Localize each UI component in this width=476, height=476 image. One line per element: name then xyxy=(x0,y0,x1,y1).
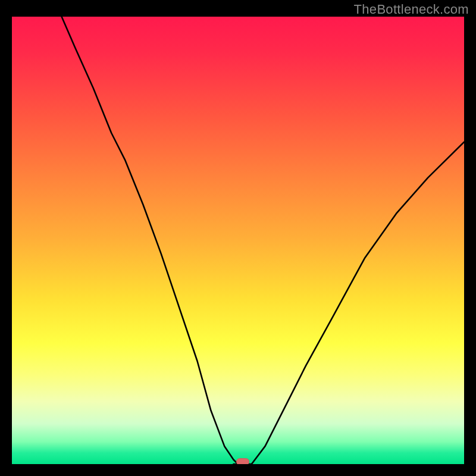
watermark-text: TheBottleneck.com xyxy=(354,2,469,17)
plot-area xyxy=(12,17,464,464)
curve-left-branch xyxy=(62,17,238,464)
figure-container: TheBottleneck.com xyxy=(0,0,476,476)
curve-right-branch xyxy=(252,142,464,464)
chart-curve xyxy=(12,17,464,464)
bottleneck-marker xyxy=(236,458,249,464)
